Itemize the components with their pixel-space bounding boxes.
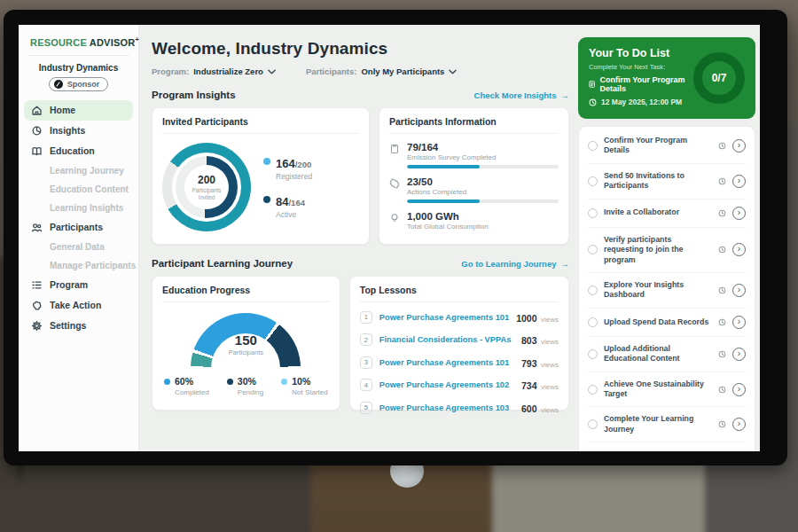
task-row-verify-participants[interactable]: Verify participants requesting to join t… xyxy=(588,228,746,273)
lesson-link[interactable]: Power Purchase Agreements 101 xyxy=(379,358,514,367)
task-row-upload-spend-data[interactable]: Upload Spend Data Records › xyxy=(588,309,746,337)
check-more-insights-link[interactable]: Check More Insights → xyxy=(474,90,569,100)
card-title: Top Lessons xyxy=(360,285,559,302)
chevron-right-icon[interactable]: › xyxy=(732,243,746,256)
legend-not-started: 10%Not Started xyxy=(281,377,327,396)
program-dropdown[interactable]: Program: Industrialize Zero xyxy=(152,66,276,76)
sidebar-item-manage-participants[interactable]: Manage Participants xyxy=(19,256,138,275)
education-progress-gauge: 150 Participants xyxy=(191,313,301,368)
sidebar-item-education-content[interactable]: Education Content xyxy=(19,180,138,199)
legend-dot xyxy=(263,158,270,165)
checkbox-circle[interactable] xyxy=(588,385,598,395)
sidebar-item-learning-insights[interactable]: Learning Insights xyxy=(19,199,138,217)
sidebar-item-home[interactable]: Home xyxy=(24,100,133,121)
clock-icon xyxy=(718,318,726,326)
lesson-link[interactable]: Power Purchase Agreements 101 xyxy=(379,313,509,322)
legend-dot xyxy=(164,379,170,385)
survey-icon xyxy=(389,144,400,154)
sidebar-item-take-action[interactable]: Take Action xyxy=(24,295,133,316)
checkbox-circle[interactable] xyxy=(588,419,598,429)
chevron-right-icon[interactable]: › xyxy=(732,316,746,329)
learning-journey-heading: Participant Learning Journey xyxy=(152,258,293,269)
metric-actions-completed: 23/50 Actions Completed xyxy=(389,176,559,203)
legend-pending: 30%Pending xyxy=(227,377,263,396)
task-row-confirm-program[interactable]: Confirm Your Program Details › xyxy=(588,129,746,164)
lesson-row: 3 Power Purchase Agreements 101 793 view… xyxy=(360,355,559,371)
chevron-down-icon xyxy=(268,69,276,74)
sidebar-item-settings[interactable]: Settings xyxy=(24,316,133,336)
checkbox-circle[interactable] xyxy=(588,349,598,359)
sidebar-item-participants[interactable]: Participants xyxy=(24,217,133,238)
clock-icon xyxy=(718,177,726,185)
chevron-right-icon[interactable]: › xyxy=(732,139,746,153)
arrow-right-icon: → xyxy=(561,259,570,269)
settings-icon xyxy=(31,320,43,332)
divider xyxy=(27,55,129,56)
lesson-link[interactable]: Financial Considerations - VPPAs xyxy=(379,335,514,344)
participants-dropdown[interactable]: Participants: Only My Participants xyxy=(306,66,458,76)
sidebar-item-program[interactable]: Program xyxy=(24,275,133,295)
checkbox-circle[interactable] xyxy=(588,286,598,295)
task-row-explore-insights[interactable]: Explore Your Insights Dashboard › xyxy=(588,273,746,309)
app-logo: RESOURCE ADVISOR+ xyxy=(19,34,138,55)
task-row-invite-collaborator[interactable]: Invite a Collaborator › xyxy=(588,200,746,228)
insights-icon xyxy=(31,125,43,137)
checkbox-circle[interactable] xyxy=(588,176,598,186)
program-insights-heading: Program Insights xyxy=(152,90,236,100)
rank-badge: 3 xyxy=(360,356,372,369)
go-to-learning-journey-link[interactable]: Go to Learning Journey → xyxy=(461,259,569,269)
lesson-row: 5 Power Purchase Agreements 103 600 view… xyxy=(360,400,559,416)
checkbox-circle[interactable] xyxy=(588,317,598,327)
program-icon xyxy=(31,279,43,291)
chevron-right-icon[interactable]: › xyxy=(732,284,746,297)
rank-badge: 1 xyxy=(360,311,372,324)
task-row-send-invitations[interactable]: Send 50 Invitations to Participants › xyxy=(588,164,746,200)
progress-bar xyxy=(407,165,559,168)
sidebar-item-education[interactable]: Education xyxy=(24,141,133,161)
task-row-achieve-sustainability-target[interactable]: Achieve One Sustainability Target › xyxy=(588,372,746,408)
take-action-icon xyxy=(31,300,43,311)
sidebar-item-learning-journey[interactable]: Learning Journey xyxy=(19,161,138,180)
page-title: Welcome, Industry Dynamics xyxy=(152,39,569,59)
invited-participants-donut: 200 Participants Invited xyxy=(162,143,251,231)
legend-dot xyxy=(263,196,270,203)
legend-dot xyxy=(281,379,287,385)
consumption-icon xyxy=(389,213,400,223)
clipboard-icon xyxy=(589,80,595,89)
chevron-right-icon[interactable]: › xyxy=(732,383,746,396)
home-icon xyxy=(31,105,43,116)
progress-bar xyxy=(407,200,559,203)
chevron-right-icon[interactable]: › xyxy=(732,207,746,220)
invited-participants-card: Invited Participants 200 Participants In… xyxy=(152,107,370,245)
card-title: Invited Participants xyxy=(162,116,359,134)
clock-icon xyxy=(718,209,726,217)
checkbox-circle[interactable] xyxy=(588,208,598,218)
chevron-right-icon[interactable]: › xyxy=(732,418,746,431)
clock-icon xyxy=(718,246,726,254)
chevron-down-icon xyxy=(449,69,457,74)
education-icon xyxy=(31,145,43,157)
clock-icon xyxy=(718,142,726,150)
lesson-link[interactable]: Power Purchase Agreements 103 xyxy=(379,403,514,412)
chevron-right-icon[interactable]: › xyxy=(732,175,746,188)
card-title: Participants Information xyxy=(389,116,559,134)
metric-global-consumption: 1,000 GWh Total Global Consumption xyxy=(389,211,559,231)
checkbox-circle[interactable] xyxy=(588,245,598,254)
checkbox-circle[interactable] xyxy=(588,141,598,151)
sidebar-item-general-data[interactable]: General Data xyxy=(19,238,138,256)
sidebar-item-insights[interactable]: Insights xyxy=(24,121,133,141)
chevron-right-icon[interactable]: › xyxy=(732,348,746,361)
card-title: Education Progress xyxy=(162,285,330,302)
task-row-upload-educational-content[interactable]: Upload Additional Educational Content › xyxy=(588,337,746,372)
top-lessons-card: Top Lessons 1 Power Purchase Agreements … xyxy=(349,276,569,411)
collapse-tasks-link[interactable]: Collapse Tasks ∧ xyxy=(588,442,746,451)
clock-icon xyxy=(718,350,726,358)
metric-emission-survey: 79/164 Emission Survey Completed xyxy=(389,142,559,168)
sponsor-icon xyxy=(54,80,63,89)
todo-progress-ring: 0/7 xyxy=(693,52,745,104)
task-row-complete-learning-journey[interactable]: Complete Your Learning Journey › xyxy=(588,407,746,442)
lesson-link[interactable]: Power Purchase Agreements 102 xyxy=(379,380,514,389)
legend-active: 84/164 Active xyxy=(263,193,312,219)
arrow-right-icon: → xyxy=(561,90,570,100)
todo-tasks-card: Confirm Your Program Details › Send 50 I… xyxy=(578,126,755,451)
